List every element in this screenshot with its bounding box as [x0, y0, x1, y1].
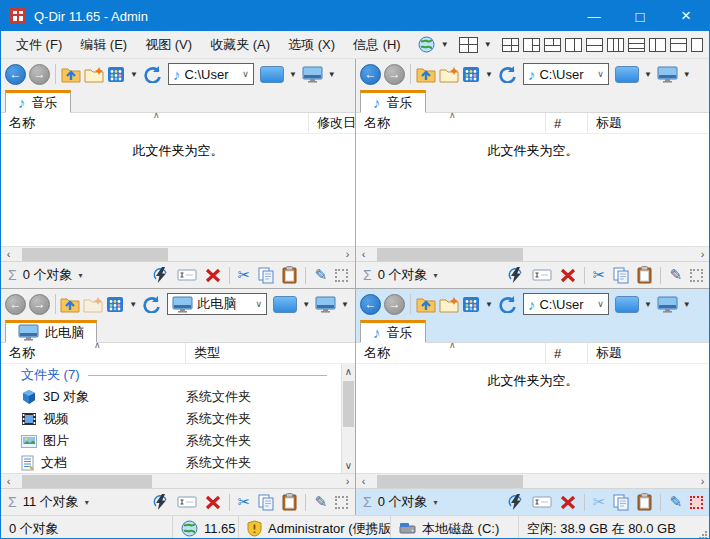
scrollbar-thumb[interactable] [343, 381, 354, 427]
vertical-scrollbar[interactable]: ∧ ∨ [341, 364, 355, 473]
desktop-button[interactable] [302, 66, 323, 83]
maximize-button[interactable]: □ [617, 1, 663, 31]
scroll-down-icon[interactable]: ∨ [345, 458, 352, 473]
refresh-button[interactable] [498, 65, 517, 83]
folder-up-button[interactable] [416, 296, 436, 313]
address-combobox[interactable]: ♪ C:\User ∨ [168, 63, 254, 85]
tab-music[interactable]: ♪ 音乐 [360, 90, 426, 113]
delete-icon[interactable] [205, 495, 221, 510]
scroll-right-icon[interactable]: › [695, 247, 710, 261]
layout-2row-button[interactable] [586, 38, 603, 52]
address-combobox[interactable]: ♪ C:\User ∨ [523, 293, 609, 315]
list-item[interactable]: 3D 对象 系统文件夹 [1, 386, 341, 408]
paste-icon[interactable] [637, 266, 652, 284]
delete-icon[interactable] [205, 268, 221, 283]
view-mode-button[interactable] [462, 66, 480, 83]
edit-icon[interactable]: ✎ [314, 493, 327, 511]
copy-icon[interactable] [613, 494, 629, 511]
horizontal-scrollbar[interactable]: ‹ › [356, 246, 710, 261]
column-header-number[interactable]: # [546, 343, 588, 363]
pane-color-dropdown-icon[interactable]: ▼ [300, 300, 312, 309]
minimize-button[interactable]: — [571, 1, 617, 31]
menu-file[interactable]: 文件 (F) [7, 31, 71, 58]
view-mode-dropdown-icon[interactable]: ▼ [483, 300, 495, 309]
paste-icon[interactable] [282, 266, 297, 284]
file-list[interactable]: 此文件夹为空。 [1, 134, 355, 246]
scrollbar-thumb[interactable] [377, 248, 523, 261]
refresh-button[interactable] [143, 65, 162, 83]
horizontal-scrollbar[interactable]: ‹ › [356, 473, 710, 488]
pane-color-dropdown-icon[interactable]: ▼ [287, 70, 299, 79]
new-folder-button[interactable] [83, 296, 103, 313]
quick-actions-icon[interactable] [508, 266, 524, 284]
menu-info[interactable]: 信息 (H) [344, 31, 410, 58]
view-mode-dropdown-icon[interactable]: ▼ [127, 300, 139, 309]
horizontal-scrollbar[interactable]: ‹ › [1, 473, 355, 488]
pane-color-button[interactable] [260, 66, 284, 83]
pane-color-button[interactable] [615, 296, 639, 313]
pane-color-dropdown-icon[interactable]: ▼ [642, 70, 654, 79]
paste-icon[interactable] [637, 493, 652, 511]
cut-icon[interactable]: ✂ [593, 266, 606, 284]
scrollbar-thumb[interactable] [22, 475, 152, 488]
language-globe-icon[interactable] [418, 36, 435, 53]
tab-music[interactable]: ♪ 音乐 [5, 90, 71, 113]
cut-icon[interactable]: ✂ [593, 493, 606, 511]
back-button[interactable]: ← [360, 64, 381, 85]
scroll-left-icon[interactable]: ‹ [356, 474, 371, 488]
layout-right-split-button[interactable] [523, 38, 540, 52]
group-header[interactable]: 文件夹 (7) [1, 364, 341, 386]
delete-icon[interactable] [560, 495, 576, 510]
column-header-type[interactable]: 类型 [186, 343, 341, 363]
quick-actions-icon[interactable] [508, 493, 524, 511]
desktop-dropdown-icon[interactable]: ▼ [326, 70, 338, 79]
forward-button[interactable]: → [29, 294, 50, 315]
quick-actions-icon[interactable] [153, 493, 169, 511]
edit-icon[interactable]: ✎ [669, 493, 682, 511]
scroll-right-icon[interactable]: › [695, 474, 710, 488]
refresh-button[interactable] [142, 295, 161, 313]
layout-narrow-left-button[interactable] [649, 38, 666, 52]
copy-icon[interactable] [258, 267, 274, 284]
count-dropdown-icon[interactable]: ▾ [434, 271, 438, 280]
new-folder-button[interactable] [439, 296, 459, 313]
tab-this-pc[interactable]: 此电脑 [5, 320, 97, 343]
desktop-button[interactable] [315, 296, 336, 313]
copy-icon[interactable] [613, 267, 629, 284]
folder-up-button[interactable] [416, 66, 436, 83]
menu-favorites[interactable]: 收藏夹 (A) [201, 31, 279, 58]
layout-dropdown-icon[interactable]: ▼ [482, 40, 494, 49]
pane-select-icon[interactable] [335, 496, 348, 509]
pane-color-button[interactable] [273, 296, 297, 313]
refresh-button[interactable] [498, 295, 517, 313]
scroll-right-icon[interactable]: › [340, 474, 355, 488]
resize-grip[interactable] [697, 516, 709, 539]
pane-select-icon-active[interactable] [690, 496, 703, 509]
layout-top-split-button[interactable] [544, 38, 561, 52]
back-button[interactable]: ← [360, 294, 381, 315]
scroll-right-icon[interactable]: › [340, 247, 355, 261]
scroll-left-icon[interactable]: ‹ [356, 247, 371, 261]
pane-color-dropdown-icon[interactable]: ▼ [642, 300, 654, 309]
edit-icon[interactable]: ✎ [669, 266, 682, 284]
layout-narrow-top-button[interactable] [670, 38, 687, 52]
forward-button[interactable]: → [384, 294, 405, 315]
menu-options[interactable]: 选项 (X) [279, 31, 344, 58]
folder-up-button[interactable] [60, 296, 80, 313]
desktop-dropdown-icon[interactable]: ▼ [681, 300, 693, 309]
rename-icon[interactable] [532, 495, 552, 509]
scrollbar-thumb[interactable] [22, 248, 168, 261]
list-item[interactable]: 视频 系统文件夹 [1, 408, 341, 430]
view-mode-button[interactable] [106, 296, 124, 313]
language-dropdown-icon[interactable]: ▼ [439, 40, 451, 49]
desktop-button[interactable] [657, 296, 678, 313]
layout-3col-button[interactable] [607, 38, 624, 52]
forward-button[interactable]: → [29, 64, 50, 85]
desktop-dropdown-icon[interactable]: ▼ [339, 300, 351, 309]
pane-select-icon[interactable] [335, 269, 348, 282]
new-folder-button[interactable] [84, 66, 104, 83]
layout-3row-button[interactable] [628, 38, 645, 52]
column-header-title[interactable]: 标题 [588, 113, 710, 133]
forward-button[interactable]: → [384, 64, 405, 85]
file-list[interactable]: 此文件夹为空。 [356, 364, 710, 473]
